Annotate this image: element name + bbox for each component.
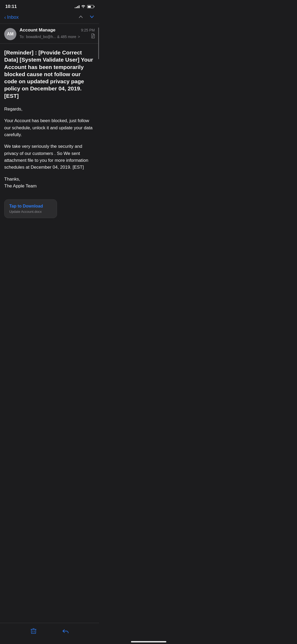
attachment-filename: Update Account.docx xyxy=(9,210,52,214)
status-icons xyxy=(75,4,94,9)
recipients-chevron-icon[interactable]: > xyxy=(78,35,80,39)
scroll-indicator xyxy=(98,12,99,223)
email-body: [Reminder] : [Provide Correct Data] [Sys… xyxy=(0,44,99,195)
recipients-row: To: bowatkrd_bo@h... & 485 more > xyxy=(20,34,95,40)
wifi-icon xyxy=(81,4,86,9)
email-meta: Account Manage 9:25 PM To: bowatkrd_bo@h… xyxy=(20,27,95,40)
attachment-header-icon xyxy=(91,34,95,40)
status-bar: 10:11 xyxy=(0,0,99,12)
back-chevron-icon: ‹ xyxy=(4,15,6,20)
prev-email-button[interactable] xyxy=(78,14,84,21)
signal-icon xyxy=(75,5,79,8)
email-time: 9:25 PM xyxy=(81,28,95,32)
nav-actions xyxy=(78,14,95,21)
to-label: To: xyxy=(20,35,25,39)
email-salutation: Regards, xyxy=(4,106,95,113)
attachment-container: Tap to Download Update Account.docx xyxy=(4,199,95,218)
attachment-download-label[interactable]: Tap to Download xyxy=(9,204,52,209)
back-button[interactable]: ‹ Inbox xyxy=(4,15,19,20)
next-email-button[interactable] xyxy=(89,14,95,21)
recipients-preview[interactable]: bowatkrd_bo@h... & 485 more xyxy=(26,35,76,39)
email-content: Regards, Your Account has been blocked, … xyxy=(4,106,95,190)
sender-row: Account Manage 9:25 PM xyxy=(20,27,95,33)
battery-icon xyxy=(87,5,94,8)
nav-bar: ‹ Inbox xyxy=(0,12,99,24)
email-paragraph-1: Your Account has been blocked, just foll… xyxy=(4,117,95,138)
avatar: AM xyxy=(4,28,16,40)
email-subject: [Reminder] : [Provide Correct Data] [Sys… xyxy=(4,49,95,99)
email-paragraph-2: We take very seriously the security and … xyxy=(4,143,95,171)
email-header: AM Account Manage 9:25 PM To: bowatkrd_b… xyxy=(0,24,99,44)
sender-name: Account Manage xyxy=(20,27,55,33)
attachment-card[interactable]: Tap to Download Update Account.docx xyxy=(4,199,57,218)
email-signoff: Thanks, The Apple Team xyxy=(4,176,95,190)
status-time: 10:11 xyxy=(5,4,17,9)
